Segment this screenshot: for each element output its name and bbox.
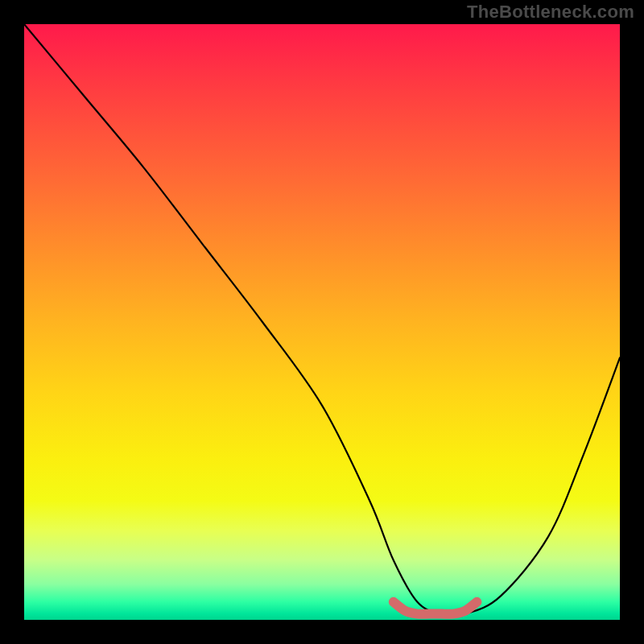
bottleneck-curve — [24, 24, 620, 616]
chart-frame: TheBottleneck.com — [0, 0, 644, 644]
curve-layer — [24, 24, 620, 620]
plot-area — [24, 24, 620, 620]
optimal-band — [394, 602, 477, 614]
watermark-text: TheBottleneck.com — [467, 2, 634, 23]
